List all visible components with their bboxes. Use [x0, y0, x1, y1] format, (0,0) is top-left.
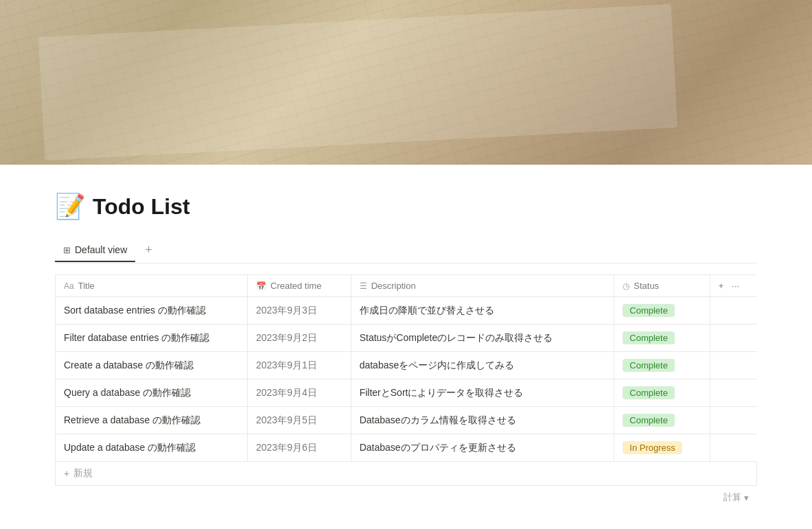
description-col-icon: ☰ [360, 281, 367, 291]
cell-status: Complete [614, 352, 710, 379]
cell-status: In Progress [614, 434, 710, 462]
cell-status: Complete [614, 297, 710, 325]
status-badge: Complete [623, 359, 675, 372]
title-col-label: Title [78, 281, 95, 291]
cell-created-time: 2023年9月2日 [248, 325, 351, 352]
cell-title: Query a database の動作確認 [56, 379, 248, 407]
status-badge: Complete [623, 304, 675, 317]
add-view-icon: + [145, 243, 152, 257]
view-tabs-bar: ⊞ Default view + [55, 237, 757, 263]
calculate-chevron-icon: ▾ [744, 493, 749, 503]
add-view-button[interactable]: + [141, 237, 156, 263]
cell-created-time: 2023年9月1日 [248, 352, 351, 379]
status-badge: Complete [623, 414, 675, 427]
calculate-label: 計算 [723, 491, 741, 504]
table-row[interactable]: Query a database の動作確認2023年9月4日FilterとSo… [56, 379, 758, 407]
more-options-icon[interactable]: ··· [732, 281, 739, 291]
cell-description: Databaseのプロパティを更新させる [351, 434, 614, 462]
database-table: Aa Title 📅 Created time ☰ Description [55, 274, 757, 462]
table-view-icon: ⊞ [63, 245, 71, 255]
cell-created-time: 2023年9月4日 [248, 379, 351, 407]
cell-extra [710, 379, 757, 407]
column-header-status: ◷ Status [614, 275, 710, 297]
created-time-col-label: Created time [270, 281, 321, 291]
table-row[interactable]: Update a database の動作確認2023年9月6日Database… [56, 434, 758, 462]
page-title: Todo List [93, 194, 190, 220]
cell-description: 作成日の降順で並び替えさせる [351, 297, 614, 325]
status-col-icon: ◷ [623, 281, 629, 291]
cell-description: FilterとSortによりデータを取得させる [351, 379, 614, 407]
description-col-label: Description [371, 281, 416, 291]
column-header-created-time: 📅 Created time [248, 275, 351, 297]
cell-status: Complete [614, 325, 710, 352]
add-row-label: 新規 [73, 467, 93, 480]
page-emoji: 📝 [55, 192, 86, 221]
column-header-actions: + ··· [710, 275, 757, 297]
cell-title: Update a database の動作確認 [56, 434, 248, 462]
cell-description: StatusがCompleteのレコードのみ取得させる [351, 325, 614, 352]
column-header-title: Aa Title [56, 275, 248, 297]
add-row-button[interactable]: + 新規 [55, 462, 757, 486]
cell-description: Databaseのカラム情報を取得させる [351, 407, 614, 434]
cell-title: Retrieve a database の動作確認 [56, 407, 248, 434]
cell-extra [710, 407, 757, 434]
calculate-row: 計算 ▾ [55, 486, 757, 509]
cell-status: Complete [614, 379, 710, 407]
calculate-button[interactable]: 計算 ▾ [723, 491, 749, 504]
cell-created-time: 2023年9月6日 [248, 434, 351, 462]
table-row[interactable]: Sort database entries の動作確認2023年9月3日作成日の… [56, 297, 758, 325]
column-header-description: ☰ Description [351, 275, 614, 297]
add-row-plus-icon: + [64, 468, 69, 479]
status-badge: Complete [623, 331, 675, 344]
cell-title: Sort database entries の動作確認 [56, 297, 248, 325]
cell-title: Filter database entries の動作確認 [56, 325, 248, 352]
add-column-icon[interactable]: + [719, 281, 724, 291]
tab-default-view-label: Default view [75, 244, 127, 255]
table-row[interactable]: Filter database entries の動作確認2023年9月2日St… [56, 325, 758, 352]
hero-image [0, 0, 812, 165]
cell-created-time: 2023年9月5日 [248, 407, 351, 434]
status-badge: Complete [623, 386, 675, 399]
table-header-row: Aa Title 📅 Created time ☰ Description [56, 275, 758, 297]
status-badge: In Progress [623, 441, 682, 454]
table-row[interactable]: Retrieve a database の動作確認2023年9月5日Databa… [56, 407, 758, 434]
cell-title: Create a database の動作確認 [56, 352, 248, 379]
cell-extra [710, 352, 757, 379]
created-time-col-icon: 📅 [256, 281, 266, 291]
table-row[interactable]: Create a database の動作確認2023年9月1日database… [56, 352, 758, 379]
cell-status: Complete [614, 407, 710, 434]
title-col-icon: Aa [64, 281, 74, 291]
status-col-label: Status [634, 281, 659, 291]
tab-default-view[interactable]: ⊞ Default view [55, 239, 135, 262]
cell-extra [710, 325, 757, 352]
cell-extra [710, 297, 757, 325]
cell-description: databaseをページ内に作成してみる [351, 352, 614, 379]
cell-created-time: 2023年9月3日 [248, 297, 351, 325]
cell-extra [710, 434, 757, 462]
